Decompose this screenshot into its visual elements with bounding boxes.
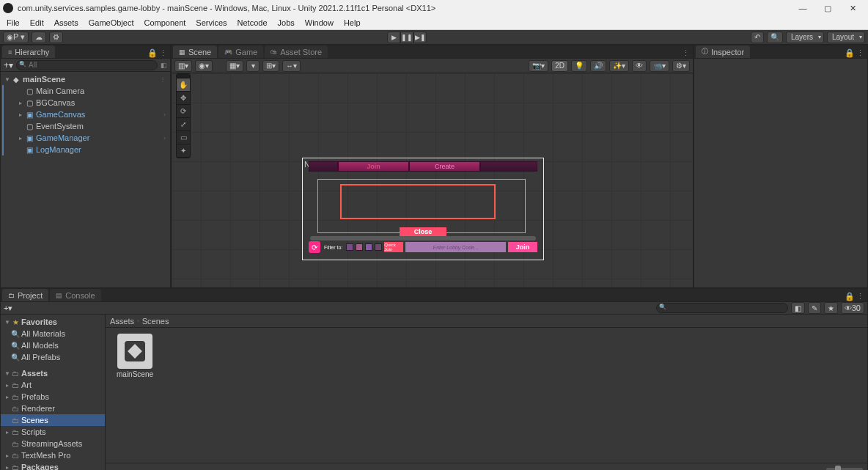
panel-lock-icon[interactable]: 🔒 [845,292,855,301]
pause-button[interactable]: ❚❚ [400,32,413,43]
step-button[interactable]: ▶❚ [413,32,427,43]
panel-lock-icon[interactable]: 🔒 [147,48,158,58]
folder-item[interactable]: ▸🗀Scripts [1,426,105,438]
lobby-code-input[interactable]: Enter Lobby Code... [405,242,506,252]
menu-edit[interactable]: Edit [25,18,49,27]
layout-dropdown[interactable]: Layout [827,32,865,43]
folder-item[interactable]: ▸🗀Prefabs [1,391,105,403]
filter-color-3[interactable] [365,243,372,251]
2d-toggle[interactable]: 2D [551,60,568,72]
close-window-button[interactable]: ✕ [840,1,865,15]
lobby-join-button[interactable]: Join [508,242,537,252]
project-add-button[interactable]: +▾ [4,304,12,313]
packages-header[interactable]: ▸🗀Packages [1,461,105,470]
hierarchy-item[interactable]: ▸▢BGCanvas [4,97,170,109]
services-button[interactable]: ⚙ [49,32,63,43]
rotate-tool[interactable]: ⟳ [177,105,190,118]
move-tool[interactable]: ✥ [177,92,190,105]
play-button[interactable]: ▶ [387,32,400,43]
search-by-type-button[interactable]: ◧ [791,302,805,314]
asset-item[interactable]: mainScene [111,334,158,378]
toggle-grid-button[interactable]: ▾ [246,60,260,72]
panel-menu-icon[interactable]: ⋮ [856,48,864,58]
filter-color-4[interactable] [375,243,382,251]
cloud-button[interactable]: ☁ [32,32,46,43]
filter-color-2[interactable] [356,243,363,251]
hierarchy-search-input[interactable] [16,60,158,70]
menu-assets[interactable]: Assets [49,18,84,27]
breadcrumb-item[interactable]: Assets [110,317,134,326]
draw-mode-dropdown[interactable]: ◉▾ [195,60,213,72]
folder-item[interactable]: 🗀StreamingAssets [1,438,105,449]
favorite-item[interactable]: 🔍All Prefabs [1,351,105,363]
breadcrumb-item[interactable]: Scenes [142,317,169,326]
shading-mode-dropdown[interactable]: ▥▾ [174,60,192,72]
asset-grid[interactable]: mainScene [106,328,867,463]
toggle-increment-button[interactable]: ↔▾ [282,60,301,72]
save-search-button[interactable]: ★ [824,302,838,314]
scene-tab[interactable]: ▦Scene [173,45,217,58]
project-search-input[interactable] [656,303,788,313]
fx-toggle[interactable]: ✨▾ [609,60,629,72]
hand-tool[interactable]: ✋ [177,78,190,92]
prefab-open-icon[interactable]: › [163,135,170,142]
toggle-snap-button[interactable]: ⊞▾ [262,60,279,72]
project-tab[interactable]: 🗀Project [2,289,48,301]
scene-context-icon[interactable]: ⋮ [160,76,170,83]
favorite-item[interactable]: 🔍All Models [1,339,105,351]
hierarchy-item[interactable]: ▣LogManager [4,144,170,155]
maximize-button[interactable]: ▢ [815,1,840,15]
undo-history-button[interactable]: ↶ [751,32,764,43]
hierarchy-item[interactable]: ▸▣GameManager› [4,132,170,144]
lobby-back-segment[interactable] [309,161,338,172]
layers-dropdown[interactable]: Layers [786,32,824,43]
menu-gameobject[interactable]: GameObject [84,18,139,27]
menu-services[interactable]: Services [191,18,232,27]
hierarchy-tab[interactable]: ≡Hierarchy [2,45,55,58]
search-by-label-button[interactable]: ✎ [808,302,821,314]
rect-tool[interactable]: ▭ [177,131,190,144]
panel-menu-icon[interactable]: ⋮ [856,292,864,301]
scale-tool[interactable]: ⤢ [177,118,190,131]
game-tab[interactable]: 🎮Game [218,45,263,58]
hierarchy-add-button[interactable]: +▾ [4,60,13,70]
camera-dropdown[interactable]: 📷▾ [529,60,548,72]
scene-root[interactable]: ▼◆mainScene⋮ [1,73,170,85]
folder-item[interactable]: 🗀Renderer [1,403,105,414]
console-tab[interactable]: ▤Console [50,289,100,301]
minimize-button[interactable]: — [790,1,815,15]
lobby-join-tab[interactable]: Join [338,161,409,172]
folder-item[interactable]: ▸🗀Art [1,379,105,391]
gizmos-dropdown[interactable]: ⚙▾ [672,60,690,72]
search-button[interactable]: 🔍 [767,32,783,43]
panel-menu-icon[interactable]: ⋮ [682,48,690,58]
transform-tool[interactable]: ✦ [177,144,190,158]
favorites-header[interactable]: ▼★Favorites [1,316,105,328]
favorite-item[interactable]: 🔍All Materials [1,328,105,339]
lobby-create-tab[interactable]: Create [409,161,480,172]
menu-netcode[interactable]: Netcode [232,18,273,27]
menu-help[interactable]: Help [339,18,366,27]
scene-viewport[interactable]: ✋ ✥ ⟳ ⤢ ▭ ✦ Join Create Name✎ [172,73,693,287]
inspector-tab[interactable]: ⓘInspector [696,45,750,58]
account-button[interactable]: ◉ P ▾ [3,32,29,43]
menu-window[interactable]: Window [300,18,339,27]
asset-store-tab[interactable]: 🛍Asset Store [265,45,328,58]
lighting-toggle[interactable]: 💡 [571,60,587,72]
menu-component[interactable]: Component [139,18,191,27]
panel-menu-icon[interactable]: ⋮ [159,48,167,58]
folder-item[interactable]: ▸🗀TextMesh Pro [1,449,105,461]
assets-header[interactable]: ▼🗀Assets [1,367,105,379]
toggle-skybox-button[interactable]: ▦▾ [226,60,243,72]
menu-file[interactable]: File [1,18,25,27]
panel-lock-icon[interactable]: 🔒 [845,48,855,58]
quick-join-button[interactable]: Quick Join [384,242,403,252]
canvas-gizmo[interactable]: Join Create Name✎ Close ⟳ Filter to: [302,158,544,260]
hierarchy-item[interactable]: ▢Main Camera [4,85,170,97]
prefab-open-icon[interactable]: › [163,111,170,118]
filter-color-1[interactable] [346,243,353,251]
hierarchy-item[interactable]: ▢EventSystem [4,120,170,132]
visibility-toggle[interactable]: 👁 [632,60,647,72]
scene-tool-palette[interactable]: ✋ ✥ ⟳ ⤢ ▭ ✦ [176,73,191,158]
menu-jobs[interactable]: Jobs [273,18,300,27]
